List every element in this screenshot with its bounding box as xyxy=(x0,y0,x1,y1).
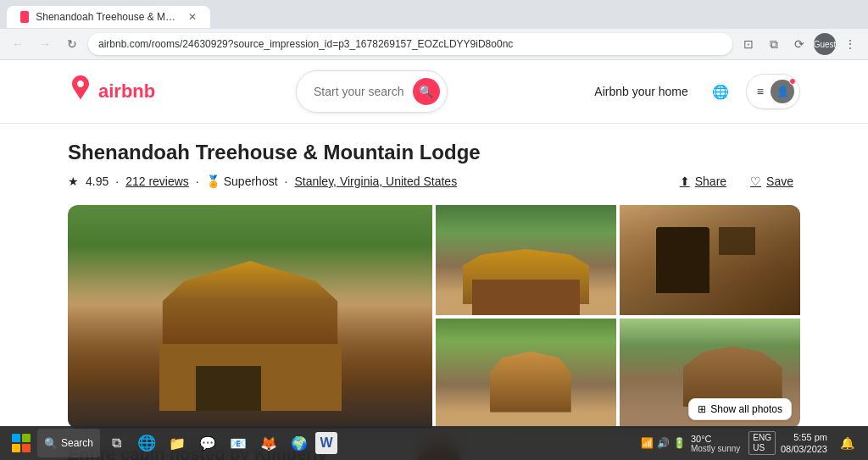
volume-icon[interactable]: 🔊 xyxy=(657,437,670,449)
network-icon[interactable]: 📶 xyxy=(641,437,654,449)
language-indicator: ENG US xyxy=(748,431,776,455)
cast-icon[interactable]: ⊡ xyxy=(737,33,760,55)
search-button[interactable]: 🔍 xyxy=(413,78,440,105)
extensions-icon[interactable]: ⧉ xyxy=(763,33,785,55)
photo-grid: ⊞ Show all photos xyxy=(68,205,800,429)
host-link[interactable]: Airbnb your home xyxy=(587,78,695,105)
forward-button[interactable]: → xyxy=(34,33,56,55)
battery-icon[interactable]: 🔋 xyxy=(673,437,686,449)
heart-icon: ♡ xyxy=(750,175,761,188)
app1-icon[interactable]: 💬 xyxy=(193,429,222,457)
tab-close[interactable]: ✕ xyxy=(188,11,197,23)
dot-sep: · xyxy=(115,175,119,188)
address-bar-row: ← → ↻ ⊡ ⧉ ⟳ Guest ⋮ xyxy=(0,29,868,59)
photo-top-left[interactable] xyxy=(436,205,616,315)
tab-favicon xyxy=(20,11,29,23)
edge-browser-icon[interactable]: 🌐 xyxy=(132,429,161,457)
windows-icon xyxy=(8,430,34,456)
photo-top-right[interactable] xyxy=(620,205,800,315)
superhost-badge: 🏅 Superhost xyxy=(206,175,278,188)
meta-left: ★ 4.95 · 212 reviews · 🏅 Superhost · Sta… xyxy=(68,175,457,188)
reload-button[interactable]: ↻ xyxy=(61,33,83,55)
taskview-button[interactable]: ⧉ xyxy=(102,429,131,457)
reviews-link[interactable]: 212 reviews xyxy=(125,175,189,188)
notification-dot xyxy=(789,78,796,85)
profile-button[interactable]: Guest xyxy=(814,33,836,55)
search-icon: 🔍 xyxy=(419,85,433,98)
search-taskbar-label: Search xyxy=(61,437,93,449)
tab-bar: Shenandoah Treehouse & Mountain Lodge ✕ xyxy=(0,0,868,29)
property-meta: ★ 4.95 · 212 reviews · 🏅 Superhost · Sta… xyxy=(68,171,800,191)
notifications-button[interactable]: 🔔 xyxy=(832,429,861,457)
logo-text: airbnb xyxy=(98,80,155,103)
user-menu[interactable]: ≡ 👤 xyxy=(746,74,800,109)
sync-icon[interactable]: ⟳ xyxy=(788,33,810,55)
photo-grid-right: ⊞ Show all photos xyxy=(436,205,800,429)
active-tab[interactable]: Shenandoah Treehouse & Mountain Lodge ✕ xyxy=(7,6,210,28)
address-input[interactable] xyxy=(88,33,732,55)
logo-icon xyxy=(68,75,93,108)
app3-icon[interactable]: 🦊 xyxy=(254,429,283,457)
weather-display: 30°C Mostly sunny xyxy=(691,434,740,453)
taskbar-left: 🔍 Search ⧉ 🌐 📁 💬 📧 🦊 🌍 W xyxy=(7,429,337,457)
start-button[interactable] xyxy=(7,429,36,457)
explorer-icon[interactable]: 📁 xyxy=(163,429,192,457)
meta-right: ⬆ Share ♡ Save xyxy=(673,171,800,191)
dot-sep3: · xyxy=(285,175,288,188)
chrome-actions: ⊡ ⧉ ⟳ Guest ⋮ xyxy=(737,33,861,55)
share-icon: ⬆ xyxy=(680,175,690,188)
airbnb-logo[interactable]: airbnb xyxy=(68,75,155,108)
tab-title: Shenandoah Treehouse & Mountain Lodge xyxy=(36,11,178,23)
photo-bottom-right[interactable]: ⊞ Show all photos xyxy=(620,319,800,429)
main-content: Shenandoah Treehouse & Mountain Lodge ★ … xyxy=(0,124,868,460)
search-placeholder: Start your search xyxy=(314,85,404,98)
show-all-photos-button[interactable]: ⊞ Show all photos xyxy=(688,398,792,420)
star-icon: ★ xyxy=(68,175,79,188)
share-button[interactable]: ⬆ Share xyxy=(673,171,733,191)
taskbar-right: 📶 🔊 🔋 30°C Mostly sunny ENG US 5:55 pm 0… xyxy=(641,429,861,457)
title-section: Shenandoah Treehouse & Mountain Lodge ★ … xyxy=(68,124,800,200)
taskbar: 🔍 Search ⧉ 🌐 📁 💬 📧 🦊 🌍 W 📶 🔊 🔋 30°C Most… xyxy=(0,426,868,460)
airbnb-page: airbnb Start your search 🔍 Airbnb your h… xyxy=(0,60,868,460)
hamburger-icon: ≡ xyxy=(757,85,764,98)
save-button[interactable]: ♡ Save xyxy=(743,171,800,191)
superhost-icon: 🏅 xyxy=(206,175,220,188)
search-taskbar-icon: 🔍 xyxy=(44,437,58,450)
app2-icon[interactable]: 📧 xyxy=(224,429,253,457)
word-icon[interactable]: W xyxy=(315,432,337,454)
chrome-taskbar-icon[interactable]: 🌍 xyxy=(285,429,314,457)
avatar: 👤 xyxy=(771,80,794,103)
system-icons: 📶 🔊 🔋 xyxy=(641,437,686,449)
location-link[interactable]: Stanley, Virginia, United States xyxy=(294,175,457,188)
property-title: Shenandoah Treehouse & Mountain Lodge xyxy=(68,141,800,164)
search-taskbar-button[interactable]: 🔍 Search xyxy=(37,429,100,457)
more-button[interactable]: ⋮ xyxy=(839,33,861,55)
site-header: airbnb Start your search 🔍 Airbnb your h… xyxy=(0,60,868,124)
header-right: Airbnb your home 🌐 ≡ 👤 xyxy=(587,74,800,109)
browser-chrome: Shenandoah Treehouse & Mountain Lodge ✕ … xyxy=(0,0,868,60)
time-display: 5:55 pm 08/03/2023 xyxy=(781,431,827,456)
language-button[interactable]: 🌐 xyxy=(705,76,736,107)
rating-value: 4.95 xyxy=(86,175,108,188)
photo-bottom-left[interactable] xyxy=(436,319,616,429)
main-photo[interactable] xyxy=(68,205,432,429)
back-button[interactable]: ← xyxy=(7,33,29,55)
grid-icon: ⊞ xyxy=(698,403,706,415)
search-bar[interactable]: Start your search 🔍 xyxy=(296,70,448,113)
dot-sep2: · xyxy=(196,175,199,188)
